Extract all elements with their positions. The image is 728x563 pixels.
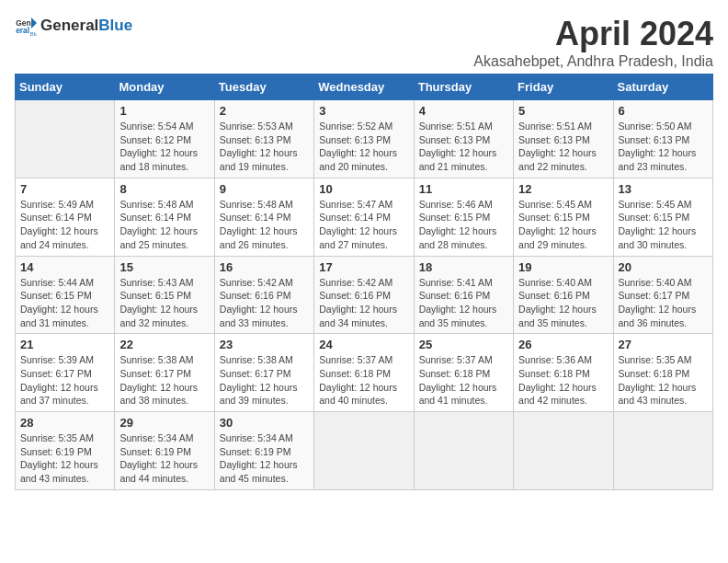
day-info: Sunrise: 5:38 AM Sunset: 6:17 PM Dayligh…: [220, 353, 309, 408]
calendar-week-row: 1Sunrise: 5:54 AM Sunset: 6:12 PM Daylig…: [16, 100, 713, 178]
day-number: 30: [220, 416, 309, 430]
calendar-cell: 21Sunrise: 5:39 AM Sunset: 6:17 PM Dayli…: [16, 334, 115, 412]
day-info: Sunrise: 5:54 AM Sunset: 6:12 PM Dayligh…: [119, 120, 209, 174]
calendar-table: SundayMondayTuesdayWednesdayThursdayFrid…: [15, 74, 713, 490]
calendar-cell: 26Sunrise: 5:36 AM Sunset: 6:18 PM Dayli…: [514, 334, 613, 412]
day-info: Sunrise: 5:45 AM Sunset: 6:15 PM Dayligh…: [518, 198, 608, 252]
calendar-cell: [414, 412, 513, 490]
page-title: April 2024: [473, 15, 713, 53]
day-info: Sunrise: 5:53 AM Sunset: 6:13 PM Dayligh…: [220, 120, 309, 174]
calendar-cell: 4Sunrise: 5:51 AM Sunset: 6:13 PM Daylig…: [414, 100, 513, 178]
calendar-cell: 23Sunrise: 5:38 AM Sunset: 6:17 PM Dayli…: [214, 334, 313, 412]
day-info: Sunrise: 5:45 AM Sunset: 6:15 PM Dayligh…: [619, 198, 708, 252]
day-info: Sunrise: 5:35 AM Sunset: 6:19 PM Dayligh…: [20, 431, 109, 486]
calendar-cell: [514, 412, 613, 490]
day-info: Sunrise: 5:36 AM Sunset: 6:18 PM Dayligh…: [518, 353, 608, 408]
day-info: Sunrise: 5:41 AM Sunset: 6:16 PM Dayligh…: [419, 276, 508, 330]
calendar-cell: 15Sunrise: 5:43 AM Sunset: 6:15 PM Dayli…: [115, 256, 214, 334]
weekday-header-tuesday: Tuesday: [214, 75, 313, 100]
calendar-cell: 24Sunrise: 5:37 AM Sunset: 6:18 PM Dayli…: [314, 334, 414, 412]
day-number: 8: [119, 182, 209, 196]
calendar-cell: 8Sunrise: 5:48 AM Sunset: 6:14 PM Daylig…: [115, 178, 214, 256]
calendar-week-row: 14Sunrise: 5:44 AM Sunset: 6:15 PM Dayli…: [16, 256, 713, 334]
day-info: Sunrise: 5:40 AM Sunset: 6:17 PM Dayligh…: [619, 276, 708, 330]
day-number: 14: [20, 260, 109, 274]
calendar-cell: 9Sunrise: 5:48 AM Sunset: 6:14 PM Daylig…: [214, 178, 313, 256]
day-info: Sunrise: 5:43 AM Sunset: 6:15 PM Dayligh…: [119, 276, 209, 330]
day-info: Sunrise: 5:50 AM Sunset: 6:13 PM Dayligh…: [619, 120, 708, 174]
day-info: Sunrise: 5:42 AM Sunset: 6:16 PM Dayligh…: [220, 276, 309, 330]
day-number: 23: [220, 338, 309, 351]
day-number: 1: [119, 104, 209, 118]
weekday-header-friday: Friday: [514, 75, 613, 100]
weekday-header-sunday: Sunday: [16, 75, 115, 100]
day-info: Sunrise: 5:46 AM Sunset: 6:15 PM Dayligh…: [419, 198, 508, 252]
day-number: 11: [419, 182, 508, 196]
day-number: 21: [20, 338, 109, 351]
day-info: Sunrise: 5:48 AM Sunset: 6:14 PM Dayligh…: [119, 198, 209, 252]
day-number: 7: [20, 182, 109, 196]
calendar-cell: 18Sunrise: 5:41 AM Sunset: 6:16 PM Dayli…: [414, 256, 513, 334]
day-info: Sunrise: 5:39 AM Sunset: 6:17 PM Dayligh…: [20, 353, 109, 408]
day-info: Sunrise: 5:37 AM Sunset: 6:18 PM Dayligh…: [319, 353, 408, 408]
calendar-cell: 11Sunrise: 5:46 AM Sunset: 6:15 PM Dayli…: [414, 178, 513, 256]
day-number: 17: [319, 260, 408, 274]
day-number: 9: [220, 182, 309, 196]
calendar-week-row: 7Sunrise: 5:49 AM Sunset: 6:14 PM Daylig…: [16, 178, 713, 256]
calendar-cell: 17Sunrise: 5:42 AM Sunset: 6:16 PM Dayli…: [314, 256, 414, 334]
day-number: 18: [419, 260, 508, 274]
weekday-header-row: SundayMondayTuesdayWednesdayThursdayFrid…: [16, 75, 713, 100]
calendar-cell: 5Sunrise: 5:51 AM Sunset: 6:13 PM Daylig…: [514, 100, 613, 178]
day-info: Sunrise: 5:44 AM Sunset: 6:15 PM Dayligh…: [20, 276, 109, 330]
day-number: 15: [119, 260, 209, 274]
calendar-cell: 1Sunrise: 5:54 AM Sunset: 6:12 PM Daylig…: [115, 100, 214, 178]
weekday-header-monday: Monday: [115, 75, 214, 100]
logo-blue: Blue: [98, 17, 132, 34]
day-number: 6: [619, 104, 708, 118]
day-info: Sunrise: 5:48 AM Sunset: 6:14 PM Dayligh…: [220, 198, 309, 252]
calendar-week-row: 21Sunrise: 5:39 AM Sunset: 6:17 PM Dayli…: [16, 334, 713, 412]
day-info: Sunrise: 5:51 AM Sunset: 6:13 PM Dayligh…: [419, 120, 508, 174]
calendar-week-row: 28Sunrise: 5:35 AM Sunset: 6:19 PM Dayli…: [16, 412, 713, 490]
day-info: Sunrise: 5:42 AM Sunset: 6:16 PM Dayligh…: [319, 276, 408, 330]
day-info: Sunrise: 5:51 AM Sunset: 6:13 PM Dayligh…: [518, 120, 608, 174]
calendar-cell: 14Sunrise: 5:44 AM Sunset: 6:15 PM Dayli…: [16, 256, 115, 334]
day-number: 10: [319, 182, 408, 196]
day-number: 22: [119, 338, 209, 351]
day-number: 13: [619, 182, 708, 196]
weekday-header-wednesday: Wednesday: [314, 75, 414, 100]
day-number: 27: [619, 338, 708, 351]
day-info: Sunrise: 5:37 AM Sunset: 6:18 PM Dayligh…: [419, 353, 508, 408]
logo: Gen eral Blue GeneralBlue: [15, 15, 132, 37]
logo-general: General: [40, 17, 98, 34]
page-header: Gen eral Blue GeneralBlue April 2024 Aka…: [15, 15, 713, 70]
calendar-cell: 6Sunrise: 5:50 AM Sunset: 6:13 PM Daylig…: [613, 100, 712, 178]
title-block: April 2024 Akasahebpet, Andhra Pradesh, …: [473, 15, 713, 70]
day-number: 29: [119, 416, 209, 430]
day-info: Sunrise: 5:34 AM Sunset: 6:19 PM Dayligh…: [220, 431, 309, 486]
day-number: 16: [220, 260, 309, 274]
calendar-cell: 27Sunrise: 5:35 AM Sunset: 6:18 PM Dayli…: [613, 334, 712, 412]
day-number: 2: [220, 104, 309, 118]
day-number: 24: [319, 338, 408, 351]
calendar-cell: 28Sunrise: 5:35 AM Sunset: 6:19 PM Dayli…: [16, 412, 115, 490]
logo-text: GeneralBlue: [40, 17, 132, 35]
calendar-cell: 30Sunrise: 5:34 AM Sunset: 6:19 PM Dayli…: [214, 412, 313, 490]
calendar-cell: 3Sunrise: 5:52 AM Sunset: 6:13 PM Daylig…: [314, 100, 414, 178]
calendar-cell: 20Sunrise: 5:40 AM Sunset: 6:17 PM Dayli…: [613, 256, 712, 334]
day-number: 4: [419, 104, 508, 118]
svg-marker-2: [31, 17, 37, 29]
day-info: Sunrise: 5:47 AM Sunset: 6:14 PM Dayligh…: [319, 198, 408, 252]
day-info: Sunrise: 5:38 AM Sunset: 6:17 PM Dayligh…: [119, 353, 209, 408]
page-subtitle: Akasahebpet, Andhra Pradesh, India: [473, 53, 713, 70]
logo-icon: Gen eral Blue: [15, 15, 37, 37]
calendar-cell: 12Sunrise: 5:45 AM Sunset: 6:15 PM Dayli…: [514, 178, 613, 256]
day-number: 19: [518, 260, 608, 274]
calendar-cell: [613, 412, 712, 490]
calendar-cell: 29Sunrise: 5:34 AM Sunset: 6:19 PM Dayli…: [115, 412, 214, 490]
calendar-cell: 19Sunrise: 5:40 AM Sunset: 6:16 PM Dayli…: [514, 256, 613, 334]
day-info: Sunrise: 5:52 AM Sunset: 6:13 PM Dayligh…: [319, 120, 408, 174]
calendar-cell: 2Sunrise: 5:53 AM Sunset: 6:13 PM Daylig…: [214, 100, 313, 178]
calendar-cell: 7Sunrise: 5:49 AM Sunset: 6:14 PM Daylig…: [16, 178, 115, 256]
day-number: 5: [518, 104, 608, 118]
